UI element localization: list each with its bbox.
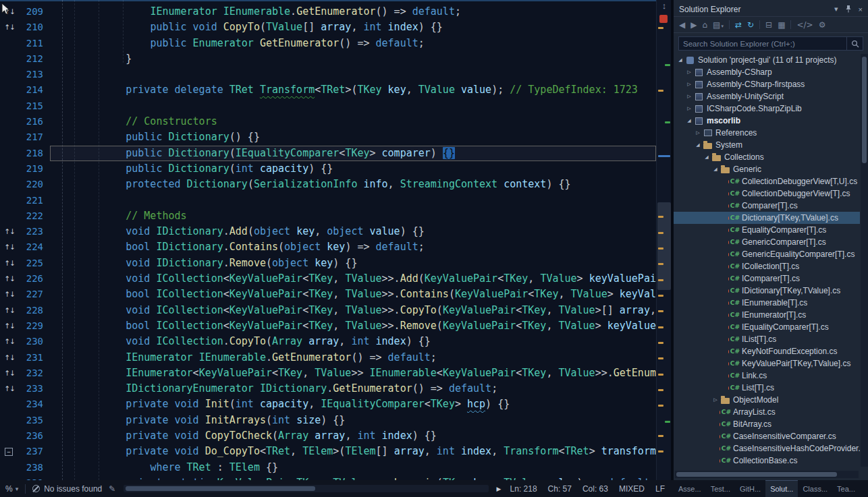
tree-item[interactable]: C#CollectionDebuggerView[T].cs [674, 187, 860, 200]
home-icon[interactable]: ⌂ [702, 21, 707, 29]
code-line-222[interactable]: 222 // Methods [0, 208, 656, 224]
expander-collapsed-icon[interactable]: ▷ [685, 106, 693, 111]
code-line-221[interactable]: 221 [0, 193, 656, 208]
tree-item[interactable]: C#BitArray.cs [674, 418, 860, 430]
tree-item[interactable]: C#IEnumerable[T].cs [674, 297, 860, 309]
code-line-233[interactable]: ↑↓233 IDictionaryEnumerator IDictionary.… [0, 381, 656, 397]
code-line-230[interactable]: ↑↓230 void ICollection.CopyTo(Array arra… [0, 334, 656, 349]
char-indicator[interactable]: Ch: 57 [546, 484, 574, 494]
panel-title-bar[interactable]: Solution Explorer ▾ × [674, 0, 868, 16]
implements-arrows-icon[interactable]: ↑↓ [0, 303, 19, 318]
code-line-213[interactable]: 213 [0, 67, 656, 82]
tree-item[interactable]: ◢Collections [674, 151, 860, 163]
panel-tab[interactable]: GitH... [735, 480, 765, 497]
tree-item[interactable]: ▷ObjectModel [674, 394, 860, 406]
properties-icon[interactable]: ⚙ [819, 21, 826, 29]
tree-item[interactable]: C#IDictionary[TKey,TValue].cs [674, 285, 860, 297]
panel-tab[interactable]: Asse... [674, 480, 706, 497]
code-line-225[interactable]: ↑↓225 void IDictionary.Remove(object key… [0, 256, 656, 271]
expander-expanded-icon[interactable]: ◢ [676, 57, 684, 63]
tree-hscroll-thumb[interactable] [676, 472, 837, 477]
tree-item[interactable]: C#ArrayList.cs [674, 406, 860, 418]
implements-arrows-icon[interactable]: ↑↓ [0, 318, 19, 334]
show-all-files-icon[interactable]: ▦ [778, 21, 785, 29]
code-line-236[interactable]: 236 private void CopyToCheck(Array array… [0, 428, 656, 444]
expander-collapsed-icon[interactable]: ▷ [694, 130, 702, 136]
chevron-down-icon[interactable]: ▾ [834, 5, 838, 13]
tree-item[interactable]: C#EqualityComparer[T].cs [674, 224, 860, 236]
tree-item[interactable]: C#CollectionDebuggerView[T,U].cs [674, 175, 860, 187]
code-line-223[interactable]: ↑↓223 void IDictionary.Add(object key, o… [0, 224, 656, 239]
code-line-224[interactable]: ↑↓224 bool IDictionary.Contains(object k… [0, 239, 656, 255]
scroll-right-icon[interactable]: ▶ [497, 486, 501, 492]
switch-views-icon[interactable]: ▤▾ [713, 21, 724, 29]
expander-collapsed-icon[interactable]: ▷ [685, 69, 693, 75]
tree-item[interactable]: ◢Generic [674, 163, 860, 175]
code-line-215[interactable]: 215 [0, 98, 656, 114]
tree-item[interactable]: ▷ICSharpCode.SharpZipLib [674, 103, 860, 115]
tree-item[interactable]: C#IComparer[T].cs [674, 272, 860, 285]
expander-expanded-icon[interactable]: ◢ [694, 142, 702, 148]
code-line-231[interactable]: ↑↓231 IEnumerator IEnumerable.GetEnumera… [0, 350, 656, 366]
tree-item[interactable]: C#CaseInsensitiveComparer.cs [674, 430, 860, 442]
expander-expanded-icon[interactable]: ◢ [711, 167, 720, 172]
implements-arrows-icon[interactable]: ↑↓ [0, 350, 19, 366]
implements-arrows-icon[interactable]: ↑↓ [0, 381, 19, 397]
split-window-grip-icon[interactable]: ↕ [657, 1, 671, 11]
implements-arrows-icon[interactable]: ↑↓ [0, 239, 19, 255]
tree-vertical-scrollbar[interactable] [861, 54, 868, 467]
code-line-239[interactable]: 239 private static KeyValuePair<TKey, TV… [0, 475, 656, 480]
tree-item[interactable]: ▷References [674, 127, 860, 139]
code-line-228[interactable]: ↑↓228 void ICollection<KeyValuePair<TKey… [0, 303, 656, 318]
collapse-all-icon[interactable]: ⊟ [765, 21, 772, 29]
close-icon[interactable]: × [859, 5, 863, 13]
tree-horizontal-scrollbar[interactable] [675, 471, 859, 478]
tree-item[interactable]: ◢System [674, 139, 860, 151]
encoding-indicator[interactable]: MIXED [617, 484, 647, 494]
tree-item[interactable]: C#List[T].cs [674, 382, 860, 394]
tree-item[interactable]: ◢mscorlib [674, 115, 860, 127]
fold-collapse-icon[interactable]: − [5, 448, 13, 456]
col-indicator[interactable]: Col: 63 [580, 484, 610, 494]
tree-item[interactable]: C#ICollection[T].cs [674, 260, 860, 272]
panel-tab[interactable]: Tea... [832, 480, 860, 497]
implements-arrows-icon[interactable]: ↑↓ [0, 366, 19, 381]
tree-item[interactable]: C#KeyNotFoundException.cs [674, 345, 860, 357]
tree-item[interactable]: C#IEqualityComparer[T].cs [674, 321, 860, 333]
pen-icon[interactable]: ✎ [109, 484, 115, 494]
tree-item[interactable]: ◢Solution 'project-gui' (11 of 11 projec… [674, 54, 860, 66]
forward-icon[interactable]: ▶ [690, 21, 697, 29]
code-line-227[interactable]: ↑↓227 bool ICollection<KeyValuePair<TKey… [0, 287, 656, 302]
implements-arrows-icon[interactable]: ↑↓ [0, 20, 19, 35]
code-line-218[interactable]: 218 public Dictionary(IEqualityComparer<… [0, 146, 656, 161]
zoom-control[interactable]: % ▾ [5, 484, 18, 494]
panel-tab[interactable]: Solut... [765, 480, 798, 497]
panel-tab[interactable]: Class... [798, 480, 832, 497]
code-line-216[interactable]: 216 // Constructors [0, 114, 656, 129]
refresh-icon[interactable]: ↻ [747, 21, 754, 29]
tree-item[interactable]: C#CollectionBase.cs [674, 455, 860, 467]
view-code-icon[interactable]: </> [796, 21, 813, 29]
code-line-212[interactable]: 212 } [0, 51, 656, 67]
tree-item[interactable]: ▷Assembly-UnityScript [674, 90, 860, 103]
code-line-209[interactable]: ↑↓209 IEnumerator IEnumerable.GetEnumera… [0, 4, 656, 20]
tree-item[interactable]: C#IList[T].cs [674, 333, 860, 345]
back-icon[interactable]: ◀ [679, 21, 685, 29]
line-indicator[interactable]: Ln: 218 [508, 484, 539, 494]
expander-collapsed-icon[interactable]: ▷ [685, 94, 693, 99]
code-line-238[interactable]: 238 where TRet : TElem {} [0, 460, 656, 475]
tree-item[interactable]: ▷Assembly-CSharp-firstpass [674, 78, 860, 90]
line-ending-indicator[interactable]: LF [653, 484, 667, 494]
tree-item[interactable]: C#CaseInsensitiveHashCodeProvider.cs [674, 442, 860, 455]
search-input[interactable] [679, 40, 846, 48]
code-line-226[interactable]: ↑↓226 void ICollection<KeyValuePair<TKey… [0, 271, 656, 287]
horizontal-scrollbar-thumb[interactable] [126, 486, 315, 491]
editor-scrollbar[interactable]: ↕ [656, 0, 671, 480]
implements-arrows-icon[interactable]: ↑↓ [0, 256, 19, 271]
tree-item[interactable]: C#KeyValuePair[TKey,TValue].cs [674, 357, 860, 370]
tree-item[interactable]: C#Link.cs [674, 370, 860, 382]
expander-collapsed-icon[interactable]: ▷ [711, 397, 720, 403]
tree-item[interactable]: ▷Assembly-CSharp [674, 66, 860, 78]
tree-vscroll-thumb[interactable] [862, 57, 867, 163]
search-icon[interactable] [846, 37, 863, 50]
